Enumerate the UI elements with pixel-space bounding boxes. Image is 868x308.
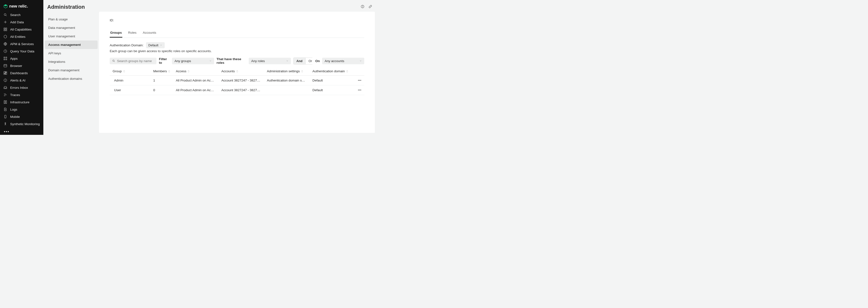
cell-admin-settings [264,85,310,95]
svg-point-32 [5,122,6,123]
and-button[interactable]: And [293,57,305,64]
nav-all-entities[interactable]: All Entities [0,33,43,40]
sort-icon [301,70,303,73]
chevron-down-icon [360,59,362,63]
grid-icon [3,27,7,31]
groups-select[interactable]: Any groups [172,58,214,64]
roles-filter-label: That have these roles [217,57,246,64]
nav-synthetic-monitoring[interactable]: Synthetic Monitoring [0,120,43,128]
svg-rect-11 [6,57,7,58]
admin-item-data-management[interactable]: Data management [45,24,98,32]
roles-select[interactable]: Any roles [249,58,291,64]
nav-alerts-ai[interactable]: Alerts & AI [0,77,43,84]
nav-label: Errors Inbox [10,86,28,89]
admin-item-integrations[interactable]: Integrations [45,57,98,66]
nav-label: Apps [10,57,18,60]
primary-nav: new relic. Search Add Data All Capabilit… [0,0,43,135]
search-input-wrapper[interactable] [110,58,156,64]
tab-roles[interactable]: Roles [128,28,137,37]
nav-more-button[interactable]: ••• [0,128,43,135]
main-panel: ID: Groups Roles Accounts Authentication… [99,0,377,135]
search-input[interactable] [117,59,154,63]
cell-admin-settings: Authentication domain settings m… [264,76,310,85]
admin-sidebar: Administration Plan & usage Data managem… [43,0,99,135]
share-button[interactable] [367,3,373,10]
sort-icon [168,70,170,73]
nav-label: Alerts & AI [10,79,25,82]
help-text: Each group can be given access to specif… [110,49,364,53]
nav-errors-inbox[interactable]: Errors Inbox [0,84,43,91]
groups-table: Group Members Access Accounts Administra… [110,67,364,95]
col-access[interactable]: Access [173,67,218,76]
tab-accounts[interactable]: Accounts [143,28,157,37]
col-members[interactable]: Members [150,67,173,76]
nav-search[interactable]: Search [0,11,43,19]
nav-query-your-data[interactable]: Query Your Data [0,48,43,55]
admin-item-authentication-domains[interactable]: Authentication domains [45,75,98,83]
chevron-down-icon [160,44,162,47]
sort-icon [188,70,189,73]
nav-add-data[interactable]: Add Data [0,19,43,26]
id-row: ID: [110,19,364,22]
nav-apm-services[interactable]: APM & Services [0,40,43,48]
admin-item-domain-management[interactable]: Domain management [45,66,98,75]
row-actions-button[interactable]: ••• [354,85,364,95]
cell-access: All Product Admin on Account 38… [173,85,218,95]
nav-mobile[interactable]: Mobile [0,113,43,120]
alert-icon [3,78,7,82]
col-admin-settings[interactable]: Administration settings [264,67,310,76]
nav-logs[interactable]: Logs [0,106,43,113]
svg-rect-12 [4,59,5,60]
col-group[interactable]: Group [110,67,150,76]
svg-point-0 [4,13,6,16]
svg-rect-18 [4,74,5,75]
nav-dashboards[interactable]: Dashboards [0,69,43,77]
admin-item-plan-usage[interactable]: Plan & usage [45,15,98,24]
content-card: ID: Groups Roles Accounts Authentication… [99,12,375,133]
chevron-down-icon [286,59,288,63]
nav-apps[interactable]: Apps [0,55,43,62]
nav-label: Dashboards [10,71,28,75]
browser-icon [3,64,7,68]
or-button[interactable]: Or [305,57,313,64]
nav-infrastructure[interactable]: Infrastructure [0,99,43,106]
nav-label: Add Data [10,20,24,24]
nav-label: All Entities [10,35,25,38]
dashboards-icon [3,71,7,75]
admin-item-user-management[interactable]: User management [45,32,98,40]
help-button[interactable] [360,3,366,10]
nav-all-capabilities[interactable]: All Capabilities [0,26,43,33]
help-icon [361,5,365,8]
svg-line-36 [114,61,115,62]
accounts-select[interactable]: Any accounts [322,58,364,64]
search-icon [112,59,115,62]
svg-point-35 [113,60,114,61]
mobile-icon [3,115,7,119]
admin-item-access-management[interactable]: Access management [45,40,98,49]
cell-auth-domain: Default [310,76,354,85]
brand-logo[interactable]: new relic. [0,0,43,11]
tab-groups[interactable]: Groups [110,28,122,37]
cell-accounts: Account 3827247 - 3827247 [218,76,264,85]
admin-item-api-keys[interactable]: API keys [45,49,98,57]
sort-icon [237,70,238,73]
table-row[interactable]: User 0 All Product Admin on Account 38… … [110,85,364,95]
col-auth-domain[interactable]: Authentication domain [310,67,354,76]
nav-traces[interactable]: Traces [0,91,43,99]
cell-access: All Product Admin on Account 38… [173,76,218,85]
cell-members: 1 [150,76,173,85]
auth-domain-select[interactable]: Default [146,42,165,48]
nav-label: Infrastructure [10,101,30,104]
filter-row: Filter to Any groups That have these rol… [110,57,364,64]
table-row[interactable]: Admin 1 All Product Admin on Account 38…… [110,76,364,85]
and-or-toggle: And Or [293,57,313,64]
nav-browser[interactable]: Browser [0,62,43,69]
cell-accounts: Account 3827247 - 3827247 [218,85,264,95]
cell-auth-domain: Default [310,85,354,95]
svg-rect-6 [4,30,5,31]
svg-rect-14 [4,64,7,67]
col-accounts[interactable]: Accounts [218,67,264,76]
auth-domain-row: Authentication Domain: Default [110,42,364,48]
row-actions-button[interactable]: ••• [354,76,364,85]
search-icon [3,13,7,17]
